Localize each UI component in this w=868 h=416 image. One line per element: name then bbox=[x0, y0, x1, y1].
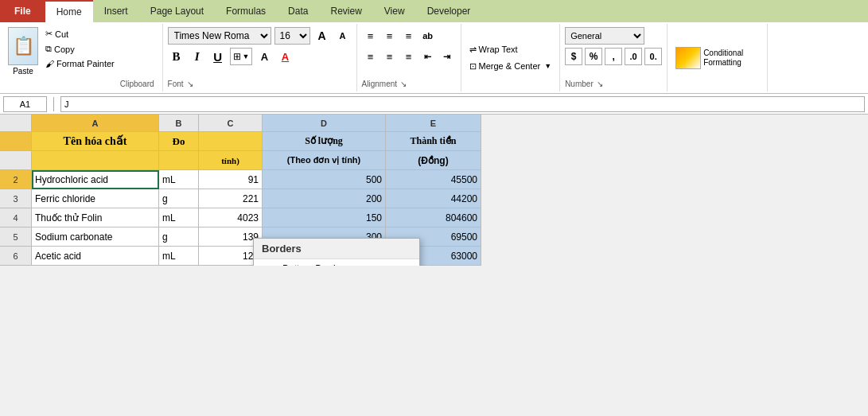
border-button[interactable]: ⊞ ▼ bbox=[230, 48, 253, 65]
cell-e-header2[interactable]: (Đồng) bbox=[386, 151, 481, 170]
cell-b4[interactable]: mL bbox=[159, 208, 199, 227]
align-center-button[interactable]: ≡ bbox=[381, 48, 399, 65]
tab-view[interactable]: View bbox=[373, 0, 416, 22]
borders-dropdown-header: Borders bbox=[254, 239, 419, 259]
col-header-a[interactable]: A bbox=[32, 115, 159, 132]
col-header-c[interactable]: C bbox=[199, 115, 263, 132]
tab-developer[interactable]: Developer bbox=[416, 0, 482, 22]
cell-b3[interactable]: g bbox=[159, 189, 199, 208]
cut-button[interactable]: ✂ Cut bbox=[43, 27, 117, 41]
decrease-decimal-button[interactable]: 0. bbox=[644, 48, 662, 65]
tab-page-layout[interactable]: Page Layout bbox=[139, 0, 215, 22]
wrap-text-button[interactable]: ⇌ Wrap Text bbox=[466, 43, 555, 56]
cell-a2[interactable]: Hydrochloric acid bbox=[32, 170, 159, 189]
border-item-bottom[interactable]: Bottom Border bbox=[254, 259, 419, 266]
font-row2: B I U ⊞ ▼ A A bbox=[168, 48, 352, 65]
number-format-buttons: $ % , .0 0. bbox=[565, 48, 662, 65]
col-header-e[interactable]: E bbox=[386, 115, 481, 132]
percent-button[interactable]: % bbox=[585, 48, 602, 65]
cell-a4[interactable]: Thuốc thử Folin bbox=[32, 208, 159, 227]
cell-c3[interactable]: 221 bbox=[199, 189, 263, 208]
italic-button[interactable]: I bbox=[189, 48, 206, 65]
border-icon: ⊞ bbox=[233, 51, 241, 62]
paste-label: Paste bbox=[13, 67, 33, 76]
underline-button[interactable]: U bbox=[209, 48, 227, 65]
tab-data[interactable]: Data bbox=[277, 0, 319, 22]
cell-e3[interactable]: 44200 bbox=[386, 189, 481, 208]
col-header-d[interactable]: D bbox=[263, 115, 386, 132]
cell-reference-input[interactable] bbox=[3, 96, 47, 112]
cell-c-header2[interactable]: tính) bbox=[199, 151, 263, 170]
align-left-button[interactable]: ≡ bbox=[362, 48, 380, 65]
currency-button[interactable]: $ bbox=[565, 48, 582, 65]
cell-b6[interactable]: mL bbox=[159, 247, 199, 266]
cell-d3[interactable]: 200 bbox=[263, 189, 386, 208]
font-name-select[interactable]: Times New Roma bbox=[168, 27, 271, 45]
wrap-merge-group: ⇌ Wrap Text ⊡ Merge & Center ▼ bbox=[461, 24, 561, 91]
cell-b2[interactable]: mL bbox=[159, 170, 199, 189]
paste-button[interactable]: 📋 Paste bbox=[8, 27, 38, 76]
increase-decimal-button[interactable]: .0 bbox=[625, 48, 642, 65]
font-color-button[interactable]: A bbox=[276, 48, 294, 65]
number-format-select[interactable]: General bbox=[565, 27, 644, 45]
cell-e-header1[interactable]: Thành tiền bbox=[386, 132, 481, 151]
border-dropdown-arrow[interactable]: ▼ bbox=[243, 52, 250, 60]
row-num-header2 bbox=[0, 151, 32, 170]
bold-button[interactable]: B bbox=[168, 48, 185, 65]
formula-input[interactable] bbox=[60, 96, 865, 112]
align-right-button[interactable]: ≡ bbox=[400, 48, 418, 65]
tab-file[interactable]: File bbox=[0, 0, 45, 22]
orientation-button[interactable]: ab bbox=[419, 27, 437, 45]
align-bottom-button[interactable]: ≡ bbox=[400, 27, 418, 45]
align-top-button[interactable]: ≡ bbox=[362, 27, 380, 45]
cell-d-header1[interactable]: Số lượng bbox=[263, 132, 386, 151]
cell-b5[interactable]: g bbox=[159, 227, 199, 247]
cell-c4[interactable]: 4023 bbox=[199, 208, 263, 227]
font-size-select[interactable]: 16 bbox=[274, 27, 310, 45]
shrink-font-button[interactable]: A bbox=[334, 27, 352, 45]
font-dialog-launcher[interactable]: ↘ bbox=[187, 80, 193, 88]
cell-c2[interactable]: 91 bbox=[199, 170, 263, 189]
font-row1: Times New Roma 16 A A bbox=[168, 27, 352, 45]
copy-button[interactable]: ⧉ Copy bbox=[43, 42, 117, 56]
merge-icon: ⊡ bbox=[469, 61, 477, 72]
col-header-b[interactable]: B bbox=[159, 115, 199, 132]
fill-color-button[interactable]: A bbox=[255, 48, 273, 65]
cell-a-header2[interactable] bbox=[32, 151, 159, 170]
merge-center-button[interactable]: ⊡ Merge & Center ▼ bbox=[466, 60, 555, 73]
grid-header-row-1: Tên hóa chất Đo Số lượng Thành tiền bbox=[32, 132, 481, 151]
cell-a-header1[interactable]: Tên hóa chất bbox=[32, 132, 159, 151]
cell-a6[interactable]: Acetic acid bbox=[32, 247, 159, 266]
cell-a3[interactable]: Ferric chloride bbox=[32, 189, 159, 208]
cell-b-header2[interactable] bbox=[159, 151, 199, 170]
tab-home[interactable]: Home bbox=[45, 0, 93, 22]
grid-row-4: Thuốc thử Folin mL 4023 150 804600 bbox=[32, 208, 481, 227]
number-dialog-launcher[interactable]: ↘ bbox=[597, 80, 603, 88]
cell-e4[interactable]: 804600 bbox=[386, 208, 481, 227]
toolbar: 📋 Paste ✂ Cut ⧉ Copy 🖌 Format Painter Cl… bbox=[0, 22, 868, 94]
grow-font-button[interactable]: A bbox=[313, 27, 331, 45]
row-num-5: 5 bbox=[0, 227, 32, 247]
align-dialog-launcher[interactable]: ↘ bbox=[400, 80, 407, 88]
cell-d4[interactable]: 150 bbox=[263, 208, 386, 227]
wrap-text-label: Wrap Text bbox=[479, 45, 518, 54]
cell-b-header1[interactable]: Đo bbox=[159, 132, 199, 151]
conditional-formatting-button[interactable]: Conditional Formatting bbox=[672, 45, 762, 71]
format-painter-icon: 🖌 bbox=[45, 59, 54, 68]
comma-button[interactable]: , bbox=[605, 48, 622, 65]
indent-decrease-button[interactable]: ⇤ bbox=[419, 48, 437, 65]
tab-insert[interactable]: Insert bbox=[93, 0, 139, 22]
align-middle-button[interactable]: ≡ bbox=[381, 27, 399, 45]
conditional-formatting-icon bbox=[675, 47, 701, 69]
tab-review[interactable]: Review bbox=[319, 0, 372, 22]
cell-a5[interactable]: Sodium carbonate bbox=[32, 227, 159, 247]
indent-increase-button[interactable]: ⇥ bbox=[438, 48, 456, 65]
tab-formulas[interactable]: Formulas bbox=[215, 0, 277, 22]
cell-d2[interactable]: 500 bbox=[263, 170, 386, 189]
wrap-text-icon: ⇌ bbox=[469, 45, 477, 55]
cell-e2[interactable]: 45500 bbox=[386, 170, 481, 189]
format-painter-button[interactable]: 🖌 Format Painter bbox=[43, 57, 117, 70]
merge-dropdown-arrow[interactable]: ▼ bbox=[544, 62, 551, 70]
cell-d-header2[interactable]: (Theo đơn vị tính) bbox=[263, 151, 386, 170]
cell-c-header1[interactable] bbox=[199, 132, 263, 151]
